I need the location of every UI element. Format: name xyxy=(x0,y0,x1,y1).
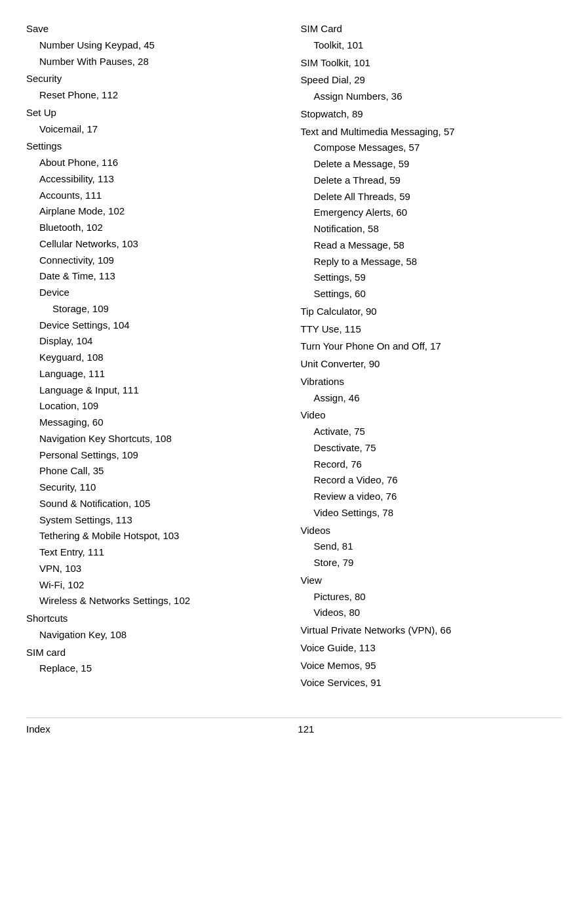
list-item: System Settings, 113 xyxy=(26,512,288,529)
list-item: Tethering & Mobile Hotspot, 103 xyxy=(26,528,288,544)
list-item: Sound & Notification, 105 xyxy=(26,496,288,512)
list-item: Record, 76 xyxy=(301,456,562,473)
list-item: Virtual Private Networks (VPN), 66 xyxy=(301,622,562,639)
list-item: Date & Time, 113 xyxy=(26,268,288,285)
list-item: Speed Dial, 29 xyxy=(301,72,562,89)
list-item: Record a Video, 76 xyxy=(301,472,562,489)
list-item: Videos xyxy=(301,523,562,539)
footer-center: 121 xyxy=(298,723,314,735)
list-item: Airplane Mode, 102 xyxy=(26,203,288,220)
list-item: Delete a Thread, 59 xyxy=(301,172,562,189)
list-item: Emergency Alerts, 60 xyxy=(301,205,562,221)
list-item: VPN, 103 xyxy=(26,561,288,577)
list-item: Voice Guide, 113 xyxy=(301,640,562,657)
list-item: Delete All Threads, 59 xyxy=(301,189,562,205)
list-item: Tip Calculator, 90 xyxy=(301,304,562,320)
list-item: Accounts, 111 xyxy=(26,188,288,204)
list-item: Storage, 109 xyxy=(26,301,288,317)
list-item: Read a Message, 58 xyxy=(301,237,562,254)
list-item: Set Up xyxy=(26,105,288,121)
list-item: Personal Settings, 109 xyxy=(26,447,288,464)
list-item: Security xyxy=(26,71,288,87)
list-item: Assign, 46 xyxy=(301,390,562,407)
list-item: Compose Messages, 57 xyxy=(301,140,562,156)
list-item: Replace, 15 xyxy=(26,660,288,677)
list-item: Language & Input, 111 xyxy=(26,382,288,399)
list-item: Messaging, 60 xyxy=(26,415,288,431)
right-column: SIM CardToolkit, 101SIM Toolkit, 101Spee… xyxy=(301,20,562,691)
list-item: Settings xyxy=(26,138,288,155)
list-item: Accessibility, 113 xyxy=(26,171,288,188)
list-item: Connectivity, 109 xyxy=(26,253,288,269)
list-item: View xyxy=(301,573,562,589)
list-item: About Phone, 116 xyxy=(26,155,288,171)
list-item: Store, 79 xyxy=(301,555,562,571)
list-item: Voicemail, 17 xyxy=(26,121,288,138)
list-item: Stopwatch, 89 xyxy=(301,106,562,123)
list-item: Unit Converter, 90 xyxy=(301,356,562,373)
left-column: SaveNumber Using Keypad, 45Number With P… xyxy=(26,20,301,691)
list-item: Review a video, 76 xyxy=(301,489,562,505)
list-item: Reset Phone, 112 xyxy=(26,87,288,104)
list-item: Text and Multimedia Messaging, 57 xyxy=(301,124,562,140)
list-item: SIM card xyxy=(26,645,288,661)
list-item: Security, 110 xyxy=(26,479,288,496)
list-item: Pictures, 80 xyxy=(301,589,562,605)
list-item: Shortcuts xyxy=(26,611,288,627)
list-item: Navigation Key Shortcuts, 108 xyxy=(26,431,288,447)
list-item: Activate, 75 xyxy=(301,424,562,440)
list-item: Settings, 59 xyxy=(301,270,562,286)
footer-left: Index xyxy=(26,723,50,735)
list-item: Desctivate, 75 xyxy=(301,440,562,456)
list-item: Voice Services, 91 xyxy=(301,675,562,691)
list-item: Video xyxy=(301,407,562,424)
list-item: Settings, 60 xyxy=(301,286,562,302)
list-item: Number With Pauses, 28 xyxy=(26,54,288,70)
list-item: Reply to a Message, 58 xyxy=(301,254,562,270)
list-item: Videos, 80 xyxy=(301,605,562,621)
list-item: Phone Call, 35 xyxy=(26,463,288,479)
list-item: Turn Your Phone On and Off, 17 xyxy=(301,338,562,355)
list-item: Delete a Message, 59 xyxy=(301,156,562,172)
list-item: SIM Toolkit, 101 xyxy=(301,55,562,71)
list-item: Text Entry, 111 xyxy=(26,544,288,561)
list-item: TTY Use, 115 xyxy=(301,321,562,338)
list-item: Keyguard, 108 xyxy=(26,350,288,366)
list-item: Wireless & Networks Settings, 102 xyxy=(26,593,288,609)
list-item: Display, 104 xyxy=(26,333,288,350)
list-item: Vibrations xyxy=(301,374,562,390)
list-item: Notification, 58 xyxy=(301,221,562,237)
list-item: Device Settings, 104 xyxy=(26,317,288,334)
list-item: Bluetooth, 102 xyxy=(26,220,288,236)
list-item: Save xyxy=(26,21,288,37)
list-item: Language, 111 xyxy=(26,366,288,382)
list-item: Navigation Key, 108 xyxy=(26,627,288,643)
list-item: Toolkit, 101 xyxy=(301,37,562,54)
list-item: Send, 81 xyxy=(301,538,562,555)
list-item: Location, 109 xyxy=(26,398,288,415)
list-item: Assign Numbers, 36 xyxy=(301,89,562,105)
list-item: Cellular Networks, 103 xyxy=(26,236,288,253)
list-item: Device xyxy=(26,285,288,301)
list-item: Voice Memos, 95 xyxy=(301,658,562,674)
list-item: SIM Card xyxy=(301,21,562,37)
list-item: Wi-Fi, 102 xyxy=(26,577,288,594)
list-item: Number Using Keypad, 45 xyxy=(26,37,288,54)
footer: Index 121 xyxy=(26,718,562,735)
list-item: Video Settings, 78 xyxy=(301,505,562,521)
